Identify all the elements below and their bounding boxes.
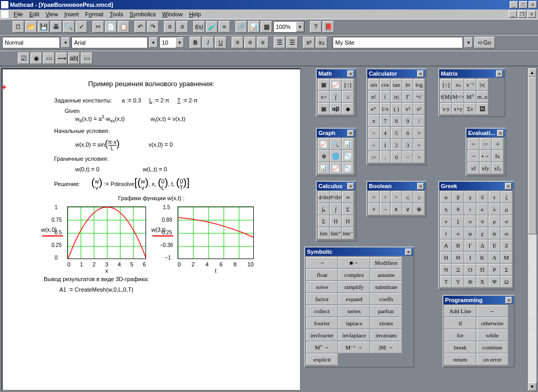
calculus-btn[interactable]: Π xyxy=(330,215,342,227)
palette-btn[interactable]: Ψ xyxy=(489,276,500,287)
palette-btn[interactable]: break xyxy=(444,342,476,353)
math-btn[interactable]: 📈 xyxy=(330,79,342,90)
open-button[interactable]: 📂 xyxy=(25,21,37,33)
cut-button[interactable]: ✂ xyxy=(92,21,104,33)
palette-btn[interactable]: = xyxy=(368,191,379,203)
doc-restore-button[interactable]: ❐ xyxy=(518,11,526,18)
italic-button[interactable]: I xyxy=(202,37,214,48)
palette-btn[interactable]: ← xyxy=(477,305,508,317)
palette-btn[interactable]: tan xyxy=(391,79,402,90)
palette-btn[interactable]: assume xyxy=(370,269,402,281)
align-button[interactable]: ≡ xyxy=(164,21,175,33)
superscript-button[interactable]: x² xyxy=(303,37,315,48)
doc-line[interactable]: wtt(x,t) = a2·wxx(x,t) wt(x,t) = v(x,t) xyxy=(75,114,291,123)
new-button[interactable]: 🗋 xyxy=(13,21,24,33)
math-btn[interactable]: ∫ xyxy=(330,91,342,102)
palette-btn[interactable]: σ xyxy=(501,215,512,227)
palette-btn[interactable]: 8 xyxy=(391,115,402,127)
palette-btn[interactable]: κ xyxy=(477,203,488,215)
palette-btn[interactable]: xf xyxy=(468,162,479,174)
math-btn[interactable]: x= xyxy=(318,91,329,102)
doc-line[interactable]: w(0,t) = 0 w(L,t) = 0 xyxy=(75,166,291,172)
matrix-btn[interactable]: x⁻¹ xyxy=(464,79,476,90)
math-btn[interactable]: ≤ xyxy=(342,91,354,102)
math-btn[interactable]: ▦ xyxy=(318,103,329,115)
calculus-btn[interactable]: ∫ₐ xyxy=(318,203,329,215)
style-select[interactable]: Normal▼ xyxy=(2,37,70,48)
close-icon[interactable]: × xyxy=(417,70,424,77)
close-button[interactable]: × xyxy=(529,1,537,8)
menu-file[interactable]: File xyxy=(11,11,26,17)
palette-btn[interactable]: cos xyxy=(380,79,391,90)
palette-btn[interactable]: factor xyxy=(306,293,338,305)
palette-btn[interactable]: Φ xyxy=(464,276,476,287)
palette-btn[interactable]: laplace xyxy=(338,317,370,329)
palette-btn[interactable]: 1/x xyxy=(380,103,391,115)
palette-btn[interactable]: ≥ xyxy=(413,191,425,203)
unit-button[interactable]: 🧪 xyxy=(206,21,218,33)
palette-btn[interactable]: ÷ xyxy=(368,139,379,151)
palette-btn[interactable]: •→ xyxy=(480,150,491,162)
copy-button[interactable]: 📄 xyxy=(105,21,117,33)
graph-btn[interactable]: 📈 xyxy=(330,162,342,174)
textbox-control-button[interactable]: ab| xyxy=(68,53,80,64)
palette-btn[interactable]: ι xyxy=(464,203,476,215)
palette-graph[interactable]: Graph× 📈🔍📊 ⊕🌐📉 📊📈📉 xyxy=(316,128,357,177)
matrix-btn[interactable]: 🖼 xyxy=(477,103,488,115)
palette-btn[interactable]: + xyxy=(413,139,425,151)
palette-btn[interactable]: Π xyxy=(477,264,488,275)
math-btn[interactable]: [::] xyxy=(342,79,354,90)
palette-btn[interactable]: = xyxy=(468,138,479,150)
palette-btn[interactable]: Mᵀ → xyxy=(306,342,338,353)
palette-btn[interactable]: |x| xyxy=(391,91,402,102)
palette-btn[interactable]: eˣ xyxy=(368,103,379,115)
menu-insert[interactable]: Insert xyxy=(61,11,82,17)
palette-btn[interactable]: ( ) xyxy=(391,103,402,115)
maximize-button[interactable]: □ xyxy=(519,1,527,8)
menu-view[interactable]: View xyxy=(43,11,61,17)
palette-btn[interactable]: Η xyxy=(440,252,452,263)
matrix-btn[interactable]: Σv xyxy=(464,103,476,115)
palette-btn[interactable]: Ζ xyxy=(501,240,512,251)
palette-btn[interactable]: Δ xyxy=(477,240,488,251)
palette-btn[interactable]: ¬ xyxy=(380,203,391,215)
slider-control-button[interactable]: ⟿ xyxy=(56,53,67,64)
fontsize-select[interactable]: 10▼ xyxy=(159,37,184,48)
graph-btn[interactable]: 📈 xyxy=(318,138,329,150)
calculus-btn[interactable]: Π xyxy=(342,215,354,227)
palette-btn[interactable]: 6 xyxy=(402,127,413,139)
palette-btn[interactable]: := xyxy=(480,138,491,150)
palette-btn[interactable]: invlaplace xyxy=(338,329,370,341)
numbering-button[interactable]: ☰ xyxy=(286,37,298,48)
close-icon[interactable]: × xyxy=(417,183,424,190)
palette-btn[interactable]: χ xyxy=(477,228,488,239)
palette-btn[interactable]: collect xyxy=(306,305,338,317)
palette-btn[interactable]: xfy xyxy=(480,162,491,174)
menu-format[interactable]: Format xyxy=(82,11,107,17)
palette-btn[interactable]: return xyxy=(444,354,476,365)
palette-btn[interactable]: 7 xyxy=(380,115,391,127)
vertical-scrollbar[interactable]: ▲ ▼ xyxy=(528,68,536,391)
graph-btn[interactable]: ⊕ xyxy=(318,150,329,162)
palette-btn[interactable]: ρ xyxy=(489,215,500,227)
doc-line[interactable]: Начальные условия: xyxy=(54,128,291,134)
palette-btn[interactable]: / xyxy=(413,115,425,127)
palette-btn[interactable]: ztrans xyxy=(370,317,402,329)
palette-btn[interactable]: → xyxy=(468,150,479,162)
palette-boolean[interactable]: Boolean× =<>≤≥≠¬∧∨⊕ xyxy=(366,181,427,218)
palette-btn[interactable]: λ xyxy=(489,203,500,215)
palette-btn[interactable]: < xyxy=(380,191,391,203)
preview-button[interactable]: 🔍 xyxy=(63,21,75,33)
chart-2[interactable]: w(3,t) 1.5 0.88 0.25 −0.38 −1 xyxy=(178,207,254,260)
doc-line[interactable]: Вывод результатов в виде 3D-графика: xyxy=(44,276,291,282)
palette-btn[interactable]: sin xyxy=(368,79,379,90)
palette-btn[interactable]: ln xyxy=(402,79,413,90)
palette-btn[interactable]: continue xyxy=(477,342,508,353)
close-icon[interactable]: × xyxy=(347,130,354,137)
align2-button[interactable]: ≡ xyxy=(177,21,188,33)
palette-btn[interactable]: ∨ xyxy=(402,203,413,215)
palette-btn[interactable]: Σ xyxy=(501,264,512,275)
palette-btn[interactable]: π xyxy=(368,115,379,127)
help-button[interactable]: ? xyxy=(310,21,322,33)
math-btn[interactable]: ▦ xyxy=(318,79,329,90)
